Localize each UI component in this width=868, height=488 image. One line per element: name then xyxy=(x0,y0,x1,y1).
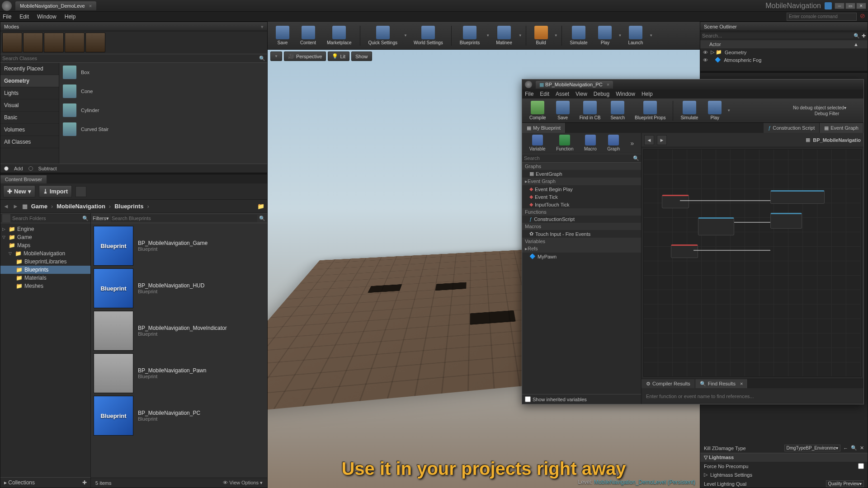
more-icon[interactable]: » xyxy=(630,140,634,147)
item-construction-script[interactable]: ƒConstructionScript xyxy=(522,216,641,223)
bp-menu-edit[interactable]: Edit xyxy=(540,91,549,97)
nav-back-button[interactable]: ◄ xyxy=(3,203,9,210)
mybp-search-input[interactable] xyxy=(524,155,633,161)
tab-event-graph[interactable]: ▦ Event Graph xyxy=(820,123,863,133)
simulate-button[interactable]: Simulate xyxy=(566,24,592,47)
menu-help[interactable]: Help xyxy=(65,14,76,20)
tree-mn[interactable]: ▽📁MobileNavigation xyxy=(0,249,90,258)
graph-fwd-button[interactable]: ► xyxy=(657,135,667,145)
asset-item[interactable]: Blueprint BP_MobileNavigation_HUDBluepri… xyxy=(94,268,264,308)
bp-menu-asset[interactable]: Asset xyxy=(556,91,569,97)
tab-my-blueprint[interactable]: ▦ My Blueprint xyxy=(522,123,566,133)
find-in-cb-button[interactable]: Find in CB xyxy=(575,99,605,122)
bp-tab[interactable]: ▦ BP_MobileNavigation_PC × xyxy=(536,81,613,89)
cb-tab[interactable]: Content Browser xyxy=(0,175,47,183)
close-button[interactable]: ✕ xyxy=(856,3,866,9)
browse-icon[interactable]: ← xyxy=(843,446,848,451)
search-icon[interactable]: 🔍 xyxy=(259,56,265,61)
search-icon[interactable]: 🔍 xyxy=(633,155,639,161)
outliner-column-header[interactable]: Actor▲ xyxy=(700,40,868,48)
build-button[interactable]: Build xyxy=(530,24,552,47)
launch-button[interactable]: Launch xyxy=(623,24,647,47)
tree-bpl[interactable]: 📁BlueprintLibraries xyxy=(0,258,90,266)
paint-mode-icon[interactable] xyxy=(23,33,43,52)
path-1[interactable]: MobileNavigation xyxy=(57,203,105,210)
perspective-button[interactable]: 🎥 Perspective xyxy=(284,52,326,61)
level-tab[interactable]: MobileNavigation_DemoLeve × xyxy=(15,1,96,10)
bp-menu-file[interactable]: File xyxy=(525,91,533,97)
search-icon[interactable]: 🔍 xyxy=(82,216,89,221)
save-button[interactable]: Save xyxy=(271,24,294,47)
vp-options-button[interactable]: ▼ xyxy=(270,52,282,61)
item-eventgraph[interactable]: ▦ EventGraph xyxy=(522,170,641,178)
lightmass-cat[interactable]: ▽ Lightmass xyxy=(700,453,868,462)
asset-item[interactable]: Blueprint BP_MobileNavigation_PCBlueprin… xyxy=(94,396,264,436)
bp-save-button[interactable]: Save xyxy=(552,99,574,122)
path-2[interactable]: Blueprints xyxy=(114,203,143,210)
tree-expand-button[interactable] xyxy=(2,214,10,222)
add-collection-icon[interactable]: ✚ xyxy=(82,479,87,486)
tree-mat[interactable]: 📁Materials xyxy=(0,274,90,282)
quality-combo[interactable]: Quality Preview▾ xyxy=(826,480,864,487)
search-icon[interactable]: 🔍 xyxy=(259,216,265,221)
item-event-tick[interactable]: ◆Event Tick xyxy=(522,193,641,201)
find-input[interactable] xyxy=(643,390,862,402)
cat-lights[interactable]: Lights xyxy=(0,87,59,99)
path-root[interactable]: Game xyxy=(31,203,47,210)
play-button[interactable]: Play xyxy=(594,24,616,47)
tree-maps[interactable]: 📁Maps xyxy=(0,241,90,249)
add-function-button[interactable]: Function xyxy=(556,135,573,151)
tree-engine[interactable]: ▷📁Engine xyxy=(0,225,90,233)
item-begin-play[interactable]: ◆Event Begin Play xyxy=(522,185,641,193)
graph-node[interactable] xyxy=(671,244,698,258)
csg-subtract-radio[interactable] xyxy=(28,166,33,171)
nav-fwd-button[interactable]: ► xyxy=(13,203,19,210)
search-classes-input[interactable] xyxy=(2,56,259,61)
reset-icon[interactable]: ✕ xyxy=(860,445,864,451)
add-graph-button[interactable]: Graph xyxy=(607,135,620,151)
level-link[interactable]: MobileNavigation_DemoLevel (Persistent) xyxy=(594,479,695,485)
tree-bp[interactable]: 📁Blueprints xyxy=(0,266,90,274)
pin-icon[interactable]: ▾ xyxy=(261,24,264,30)
item-mypawn[interactable]: 🔷 MyPawn xyxy=(522,253,641,260)
item-cylinder[interactable]: Cylinder xyxy=(59,101,267,120)
new-button[interactable]: ✚ New ▾ xyxy=(3,185,35,197)
folder-icon[interactable]: 📁 xyxy=(257,203,264,210)
place-mode-icon[interactable] xyxy=(2,33,22,52)
cat-volumes[interactable]: Volumes xyxy=(0,124,59,136)
csg-add-radio[interactable] xyxy=(4,166,9,171)
tree-game[interactable]: ▽📁Game xyxy=(0,233,90,241)
compile-button[interactable]: Compile xyxy=(525,99,551,122)
quick-settings-button[interactable]: Quick Settings xyxy=(364,24,402,47)
outliner-item[interactable]: 👁 🔷 Atmospheric Fog xyxy=(700,56,868,64)
outliner-search-input[interactable] xyxy=(702,33,854,38)
graph-node[interactable] xyxy=(770,213,802,229)
graph-node[interactable] xyxy=(698,217,734,235)
foliage-mode-icon[interactable] xyxy=(65,33,85,52)
menu-file[interactable]: File xyxy=(3,14,11,20)
item-input-touch[interactable]: ◆InputTouch Tick xyxy=(522,201,641,208)
tab-find-results[interactable]: 🔍 Find Results× xyxy=(695,379,748,388)
maximize-button[interactable]: ▭ xyxy=(845,3,855,9)
search-assets-input[interactable] xyxy=(111,215,257,222)
asset-item[interactable]: Blueprint BP_MobileNavigation_GameBluepr… xyxy=(94,226,264,266)
graph-node[interactable] xyxy=(662,195,689,208)
close-icon[interactable]: × xyxy=(89,3,92,9)
bp-search-button[interactable]: Search xyxy=(606,99,629,122)
close-icon[interactable]: × xyxy=(740,381,743,386)
cat-geometry[interactable]: Geometry xyxy=(0,75,59,87)
bp-menu-window[interactable]: Window xyxy=(616,91,635,97)
content-button[interactable]: Content xyxy=(296,24,321,47)
item-curved-stair[interactable]: Curved Stair xyxy=(59,120,267,139)
show-button[interactable]: Show xyxy=(351,52,372,61)
bp-play-button[interactable]: Play xyxy=(703,99,726,122)
cat-event-graph[interactable]: ▸Event Graph xyxy=(522,178,641,185)
bp-simulate-button[interactable]: Simulate xyxy=(676,99,703,122)
item-cone[interactable]: Cone xyxy=(59,82,267,101)
tab-compiler-results[interactable]: ⚙ Compiler Results xyxy=(642,379,695,388)
geometry-mode-icon[interactable] xyxy=(85,33,105,52)
find-icon[interactable]: 🔍 xyxy=(851,445,857,451)
matinee-button[interactable]: Matinee xyxy=(491,24,517,47)
cat-basic[interactable]: Basic xyxy=(0,112,59,124)
bp-titlebar[interactable]: ▦ BP_MobileNavigation_PC × xyxy=(522,80,863,89)
